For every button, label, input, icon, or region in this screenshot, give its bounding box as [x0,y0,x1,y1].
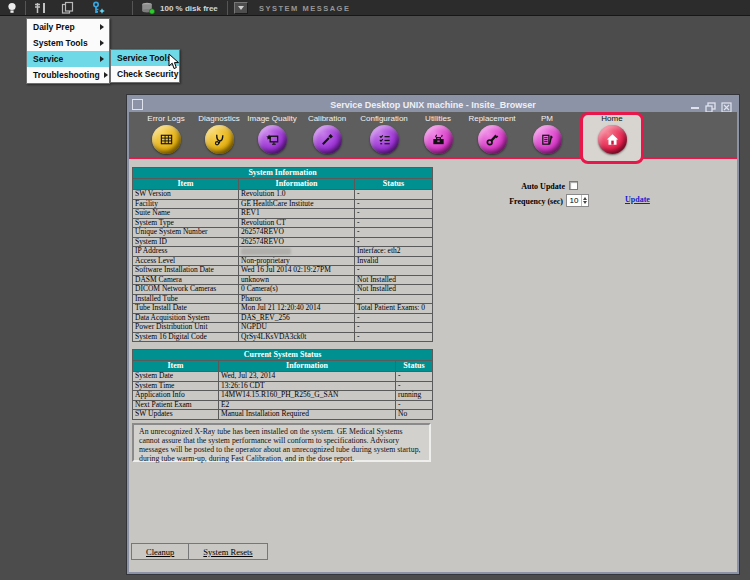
clipboard-icon[interactable] [60,1,75,15]
menu-item-label: System Tools [33,35,88,51]
table-cell: Facility [133,199,239,209]
tab-calibration[interactable]: Calibration [300,114,354,154]
taskbar-separator [227,1,228,15]
calibration-icon [313,125,342,154]
table-cell: Software Installation Date [133,266,239,276]
spinner-up-icon[interactable] [583,197,587,200]
tab-label: Error Logs [139,114,193,123]
close-button[interactable] [721,99,732,110]
table-cell: - [355,218,433,228]
table-row: Tube Install Date Mon Jul 21 12:20:40 20… [133,304,433,314]
table-cell: Unique System Number [133,228,239,238]
table-row: IP Address Interface: eth2 [133,247,433,257]
table-row: DICOM Network Cameras 0 Camera(s) Not In… [133,285,433,295]
table-cell: Invalid [355,256,433,266]
maximize-button[interactable] [705,99,716,110]
table-cell: - [396,400,433,410]
table-cell: DAS_REV_256 [239,313,355,323]
taskbar: 100 % disk free SYSTEM MESSAGE [0,0,750,16]
frequency-spinner[interactable]: 10 [566,194,589,207]
footer-button-bar: Cleanup System Resets [131,543,268,560]
tab-label: Home [585,114,639,123]
menu-item-service[interactable]: Service [27,51,109,67]
menu-item-label: Troubleshooting [33,67,100,83]
table-cell: REV1 [239,209,355,219]
tab-image-quality[interactable]: Image Quality [245,114,299,154]
table-cell: Wed, Jul 23, 2014 [219,372,396,382]
table-cell: System Type [133,218,239,228]
tab-pm[interactable]: PM [520,114,574,154]
dropdown-arrow-icon [238,6,244,10]
table-cell: - [355,323,433,333]
table-cell: DICOM Network Cameras [133,285,239,295]
menu-item-daily-prep[interactable]: Daily Prep [27,19,109,35]
tab-utilities[interactable]: Utilities [411,114,465,154]
table-cell: Installed Tube [133,294,239,304]
table-row: Data Acquisition System DAS_REV_256 - [133,313,433,323]
table-cell: Tube Install Date [133,304,239,314]
update-link[interactable]: Update [625,195,650,204]
table-cell: SW Version [133,190,239,200]
frequency-label: Frequency (sec) [509,197,563,206]
tab-configuration[interactable]: Configuration [357,114,411,154]
menu-item-troubleshooting[interactable]: Troubleshooting [27,67,109,83]
minimize-button[interactable] [691,99,701,110]
table-cell: Interface: eth2 [355,247,433,257]
cleanup-button[interactable]: Cleanup [132,544,188,559]
disk-free-status: 100 % disk free [160,1,218,15]
dropdown-arrow-button[interactable] [234,1,248,15]
table-cell: E2 [219,400,396,410]
system-resets-button[interactable]: System Resets [188,544,266,559]
table-cell: Suite Name [133,209,239,219]
table-cell: Revolution CT [239,218,355,228]
tab-error-logs[interactable]: Error Logs [139,114,193,154]
table-cell: Wed 16 Jul 2014 02:19:27PM [239,266,355,276]
table-cell: unknown [239,275,355,285]
tab-home[interactable]: Home [585,114,639,154]
spinner-down-icon[interactable] [583,201,587,204]
utilities-icon [424,125,453,154]
table-cell: No [396,410,433,420]
table-cell: - [396,372,433,382]
table-cell: - [355,228,433,238]
table-cell: GE HealthCare Institute [239,199,355,209]
table-cell: - [355,190,433,200]
diagnostics-icon [205,125,234,154]
tab-diagnostics[interactable]: Diagnostics [192,114,246,154]
table-cell: Not Installed [355,285,433,295]
configuration-icon [370,125,399,154]
image-quality-icon [258,125,287,154]
column-header: Information [239,179,355,190]
table-cell: 0 Camera(s) [239,285,355,295]
frequency-value: 10 [567,196,581,205]
tools-icon[interactable] [33,1,48,15]
table-row: Suite Name REV1 - [133,209,433,219]
disk-icon[interactable] [140,1,156,15]
table-row: Unique System Number 262574REVO - [133,228,433,238]
key-icon[interactable] [90,1,106,15]
submenu-arrow-icon [104,72,108,78]
menu-item-label: Service Tools [117,50,172,66]
system-information-table: System Information Item Information Stat… [132,167,433,342]
tab-label: Utilities [411,114,465,123]
window-menu-icon[interactable] [132,99,143,110]
table-header-row: Item Information Status [133,361,433,372]
tab-strip: Error Logs Diagnostics Image Quality Cal… [129,112,737,159]
tab-label: PM [520,114,574,123]
menu-item-system-tools[interactable]: System Tools [27,35,109,51]
table-row: Application Info 14MW14.15.R160_PH_R256_… [133,391,433,401]
window-titlebar[interactable]: Service Desktop UNIX machine - Insite_Br… [129,97,737,112]
table-title: Current System Status [133,350,433,361]
table-row: Next Patient Exam E2 - [133,400,433,410]
column-header: Item [133,179,239,190]
table-cell: 13:26:16 CDT [219,381,396,391]
table-cell: Power Distribution Unit [133,323,239,333]
table-cell: Manual Installation Required [219,410,396,420]
tab-replacement[interactable]: Replacement [465,114,519,154]
submenu-arrow-icon [100,40,104,46]
table-row: System Time 13:26:16 CDT - [133,381,433,391]
table-cell: Pharos [239,294,355,304]
lamp-icon[interactable] [5,1,19,15]
spinner-arrows[interactable] [581,195,588,206]
table-cell: 262574REVO [239,237,355,247]
